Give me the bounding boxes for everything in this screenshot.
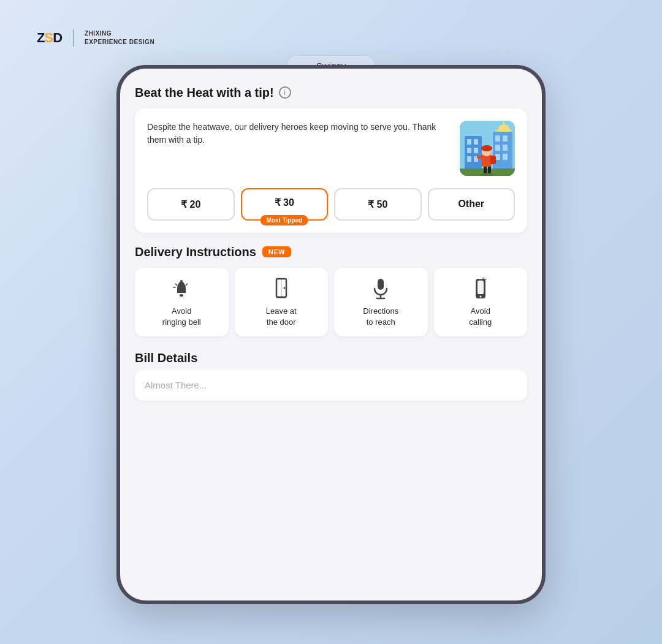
delivery-instructions-header: Delivery Instructions NEW — [135, 245, 527, 259]
microphone-icon — [372, 278, 389, 300]
instruction-card-door[interactable]: Leave atthe door — [235, 268, 329, 336]
door-label: Leave atthe door — [266, 306, 297, 328]
tip-section: Beat the Heat with a tip! i Despite the … — [135, 86, 527, 233]
svg-rect-36 — [378, 279, 384, 290]
bill-title: Bill Details — [135, 351, 527, 365]
calling-label: Avoidcalling — [469, 306, 492, 328]
svg-rect-17 — [503, 145, 508, 151]
instruction-card-directions[interactable]: Directionsto reach — [334, 268, 428, 336]
svg-rect-9 — [467, 148, 471, 153]
most-tipped-badge: Most Tipped — [260, 215, 308, 225]
new-badge: NEW — [262, 246, 291, 257]
svg-rect-14 — [495, 135, 500, 142]
info-icon[interactable]: i — [279, 86, 291, 99]
svg-rect-16 — [495, 145, 500, 151]
logo-area: ZSD ZHIXING EXPERIENCE DESIGN — [37, 29, 154, 47]
phone-icon — [474, 278, 487, 300]
door-icon — [273, 278, 290, 300]
tip-buttons: ₹ 20 ₹ 30 Most Tipped ₹ 50 Other — [147, 188, 515, 221]
bill-section: Bill Details Almost There... — [135, 351, 527, 401]
bell-icon — [172, 278, 191, 300]
tip-btn-20[interactable]: ₹ 20 — [147, 188, 235, 221]
svg-rect-19 — [503, 154, 508, 160]
instruction-card-calling[interactable]: Avoidcalling — [434, 268, 528, 336]
tip-btn-50[interactable]: ₹ 50 — [334, 188, 422, 221]
bill-preview: Almost There... — [135, 370, 527, 401]
delivery-instructions-section: Delivery Instructions NEW — [135, 245, 527, 336]
svg-point-34 — [283, 287, 285, 289]
tip-illustration — [460, 121, 515, 176]
svg-rect-18 — [495, 154, 500, 160]
tip-section-title: Beat the Heat with a tip! i — [135, 86, 527, 100]
svg-point-41 — [479, 295, 481, 297]
svg-rect-7 — [467, 139, 471, 145]
tip-card-top: Despite the heatwave, our delivery heroe… — [147, 121, 515, 176]
tip-btn-other[interactable]: Other — [428, 188, 516, 221]
svg-rect-8 — [474, 139, 478, 145]
phone-frame: Beat the Heat with a tip! i Despite the … — [116, 65, 546, 604]
svg-rect-40 — [477, 281, 484, 294]
delivery-instructions-title: Delivery Instructions — [135, 245, 256, 259]
phone-content: Beat the Heat with a tip! i Despite the … — [120, 69, 542, 600]
svg-rect-10 — [474, 148, 478, 153]
bill-preview-text: Almost There... — [145, 380, 207, 390]
svg-point-27 — [481, 145, 492, 151]
svg-rect-15 — [503, 135, 508, 142]
svg-point-30 — [180, 294, 183, 297]
svg-rect-25 — [490, 156, 496, 164]
tip-card: Despite the heatwave, our delivery heroe… — [135, 108, 527, 233]
tip-description: Despite the heatwave, our delivery heroe… — [147, 121, 450, 176]
logo-text: ZHIXING EXPERIENCE DESIGN — [85, 29, 154, 47]
instructions-grid: Avoidringing bell Leave atthe door — [135, 268, 527, 336]
bell-label: Avoidringing bell — [162, 306, 201, 328]
directions-label: Directionsto reach — [363, 306, 398, 328]
svg-rect-11 — [467, 156, 471, 162]
svg-rect-28 — [477, 156, 482, 159]
tip-btn-30[interactable]: ₹ 30 Most Tipped — [241, 188, 329, 221]
logo-divider — [73, 29, 74, 47]
instruction-card-bell[interactable]: Avoidringing bell — [135, 268, 229, 336]
logo-icon: ZSD — [37, 30, 62, 46]
